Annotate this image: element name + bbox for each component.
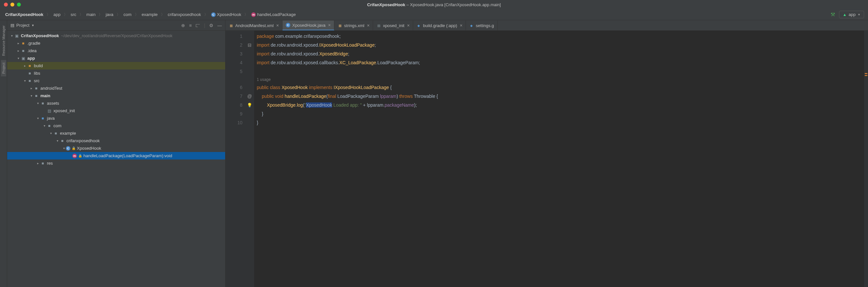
collapse-icon[interactable]: ⫍ — [195, 23, 200, 28]
chevron-down-icon: ▾ — [16, 56, 20, 60]
tree-item[interactable]: ▾■com — [7, 122, 225, 130]
tree-item[interactable]: ▸■.idea — [7, 47, 225, 54]
tree-item-selected[interactable]: m🔒handleLoadPackage(LoadPackageParam):vo… — [7, 152, 225, 160]
tree-item[interactable]: ▤xposed_init — [7, 107, 225, 114]
breadcrumb-item[interactable]: src — [69, 11, 78, 18]
method-icon: m — [251, 12, 256, 17]
close-icon[interactable]: × — [328, 23, 331, 28]
tree-item[interactable]: ▾■src — [7, 77, 225, 84]
class-icon: C — [211, 12, 216, 17]
breadcrumb-item[interactable]: java — [104, 11, 115, 18]
tree-item[interactable]: ▸■build — [7, 62, 225, 69]
panel-title[interactable]: ▤ Project ▼ — [10, 23, 34, 28]
close-icon[interactable]: × — [367, 23, 370, 28]
breadcrumb-item[interactable]: crifanxposedhook — [166, 11, 202, 18]
editor: ▦AndroidManifest.xml× CXposedHook.java× … — [225, 20, 868, 287]
chevron-right-icon: 〉 — [80, 12, 83, 17]
chevron-down-icon: ▾ — [55, 139, 59, 143]
breadcrumb-item[interactable]: main — [85, 11, 97, 18]
tab-settings[interactable]: ◆settings.g — [466, 21, 498, 30]
breadcrumb-item[interactable]: mhandleLoadPackage — [250, 11, 297, 18]
chevron-right-icon: 〉 — [99, 12, 102, 17]
tab-buildgradle[interactable]: ◆build.gradle (:app)× — [413, 21, 466, 30]
chevron-right-icon: 〉 — [135, 12, 138, 17]
breadcrumb-item[interactable]: CrifanXposedHook — [4, 11, 44, 18]
tree-item[interactable]: ▾C🔒XposedHook — [7, 144, 225, 152]
folder-icon: ▣ — [14, 34, 20, 38]
project-tree: ▾▣CrifanXposedHook~/dev/dev_root/android… — [7, 31, 225, 287]
window-controls — [4, 3, 21, 6]
module-icon: ▣ — [20, 56, 26, 61]
lock-icon: 🔒 — [72, 146, 75, 150]
close-icon[interactable]: × — [407, 23, 409, 28]
file-icon: ▤ — [46, 109, 52, 113]
expand-icon[interactable]: ≡ — [189, 23, 192, 28]
chevron-right-icon: 〉 — [244, 12, 248, 17]
chevron-right-icon: 〉 — [64, 12, 67, 17]
tree-item[interactable]: ■libs — [7, 69, 225, 77]
code-area[interactable]: 1 2 3 4 5 6 7 8 9 10 ⊟ @💡 package com.ex… — [225, 31, 868, 287]
usage-hint[interactable]: 1 usage — [257, 76, 868, 83]
chevron-down-icon: ▼ — [31, 24, 34, 27]
line-numbers: 1 2 3 4 5 6 7 8 9 10 — [225, 31, 245, 287]
close-icon[interactable]: × — [460, 23, 462, 28]
close-icon[interactable] — [4, 3, 8, 6]
locate-icon[interactable]: ⊕ — [181, 23, 185, 28]
code-content[interactable]: package com.example.crifanxposedhook; im… — [254, 31, 868, 287]
chevron-down-icon: ▾ — [36, 116, 40, 120]
tab-manifest[interactable]: ▦AndroidManifest.xml× — [225, 21, 282, 30]
chevron-down-icon: ▾ — [42, 124, 46, 127]
folder-icon: ■ — [33, 94, 39, 98]
folder-icon: ■ — [40, 161, 45, 166]
tree-item[interactable]: ▾■java — [7, 114, 225, 122]
maximize-icon[interactable] — [17, 3, 21, 6]
folder-icon: ■ — [27, 71, 33, 76]
tree-root[interactable]: ▾▣CrifanXposedHook~/dev/dev_root/android… — [7, 32, 225, 39]
close-icon[interactable]: × — [276, 23, 279, 28]
tree-item[interactable]: ▾■crifanxposedhook — [7, 137, 225, 144]
folder-icon: ■ — [33, 86, 39, 91]
panel-actions: ⊕ ≡ ⫍ | ⚙ — — [181, 23, 222, 28]
breadcrumb-item[interactable]: com — [122, 11, 133, 18]
panel-header: ▤ Project ▼ ⊕ ≡ ⫍ | ⚙ — — [7, 20, 225, 31]
tab-xposedinit[interactable]: ▤xposed_init× — [373, 21, 413, 30]
tree-item[interactable]: ▸■.gradle — [7, 39, 225, 47]
tree-item[interactable]: ▾■example — [7, 130, 225, 137]
chevron-right-icon: ▸ — [23, 64, 27, 67]
tool-resource-manager[interactable]: Resource Manager — [1, 23, 6, 59]
chevron-down-icon: ▾ — [36, 102, 40, 105]
gear-icon[interactable]: ⚙ — [209, 23, 213, 28]
tab-xposedhook[interactable]: CXposedHook.java× — [282, 21, 334, 30]
hide-icon[interactable]: — — [217, 23, 222, 28]
fold-icon[interactable]: ⊟ — [245, 41, 254, 50]
tree-item[interactable]: ▾▣app — [7, 54, 225, 62]
tree-item[interactable]: ▾■main — [7, 92, 225, 99]
breadcrumb-item[interactable]: CXposedHook — [210, 11, 242, 18]
chevron-right-icon: 〉 — [46, 12, 50, 17]
tool-project[interactable]: Project — [1, 60, 6, 76]
bulb-icon[interactable]: 💡 — [247, 101, 252, 110]
file-icon: ▤ — [376, 23, 381, 28]
tree-item[interactable]: ▸■res — [7, 160, 225, 167]
breadcrumb: CrifanXposedHook〉 app〉 src〉 main〉 java〉 … — [4, 11, 831, 18]
run-config-label: app — [848, 12, 856, 17]
folder-icon: ■ — [27, 64, 33, 68]
breadcrumb-item[interactable]: app — [52, 11, 62, 18]
toolbar-right: ⚒ ▲ app ▼ — [831, 11, 864, 18]
xml-icon: ▦ — [229, 23, 233, 28]
editor-tabs: ▦AndroidManifest.xml× CXposedHook.java× … — [225, 20, 868, 31]
navigation-bar: CrifanXposedHook〉 app〉 src〉 main〉 java〉 … — [0, 9, 868, 20]
tree-item[interactable]: ▾■assets — [7, 99, 225, 107]
tool-window-bar: Resource Manager Project — [0, 20, 7, 287]
android-icon: ▲ — [843, 12, 846, 17]
override-icon[interactable]: @ — [245, 92, 254, 101]
minimize-icon[interactable] — [10, 3, 14, 6]
error-stripe[interactable] — [864, 31, 868, 287]
build-icon[interactable]: ⚒ — [831, 11, 835, 18]
tab-strings[interactable]: ▦strings.xml× — [334, 21, 373, 30]
folder-icon: ■ — [46, 124, 52, 128]
run-configuration[interactable]: ▲ app ▼ — [839, 11, 864, 18]
tree-item[interactable]: ▸■androidTest — [7, 84, 225, 92]
breadcrumb-item[interactable]: example — [141, 11, 159, 18]
chevron-right-icon: 〉 — [204, 12, 208, 17]
